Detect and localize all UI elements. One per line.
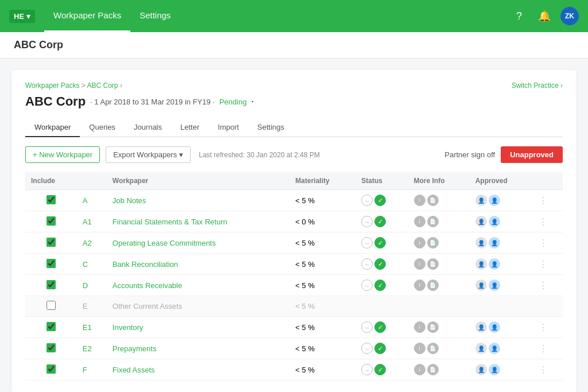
- info-icon-2[interactable]: 📄: [427, 195, 439, 206]
- tab-journals[interactable]: Journals: [125, 118, 171, 137]
- info-icon-1[interactable]: i: [414, 364, 425, 375]
- status-circle-2[interactable]: ✓: [374, 195, 386, 206]
- company-status[interactable]: Pending: [219, 98, 247, 106]
- status-circle-2[interactable]: ✓: [374, 321, 386, 333]
- info-icon-1[interactable]: i: [414, 258, 425, 270]
- approved-person-2[interactable]: 👤: [489, 364, 500, 375]
- status-circle-2[interactable]: ✓: [374, 343, 386, 354]
- info-icon-1[interactable]: i: [414, 280, 425, 291]
- info-icon-2[interactable]: 📄: [427, 258, 439, 270]
- drag-handle-icon[interactable]: ⋮: [539, 196, 548, 205]
- status-circle-2[interactable]: ✓: [374, 216, 386, 227]
- info-icon-2[interactable]: 📄: [427, 321, 439, 333]
- include-checkbox[interactable]: [47, 259, 56, 268]
- drag-handle-icon[interactable]: ⋮: [539, 217, 548, 227]
- info-icon-2[interactable]: 📄: [427, 364, 439, 375]
- info-icon-1[interactable]: i: [414, 195, 425, 206]
- status-circle-1[interactable]: –: [361, 343, 373, 354]
- more-info-cell: i 📄: [408, 359, 470, 381]
- status-circle-1[interactable]: –: [361, 364, 373, 375]
- drag-handle-icon[interactable]: ⋮: [539, 259, 548, 269]
- notifications-button[interactable]: 🔔: [535, 7, 554, 25]
- info-icon-2[interactable]: 📄: [427, 237, 439, 249]
- user-avatar[interactable]: ZK: [560, 7, 579, 25]
- new-workpaper-button[interactable]: + New Workpaper: [25, 146, 100, 163]
- info-icon-2[interactable]: 📄: [427, 216, 439, 227]
- nav-settings[interactable]: Settings: [130, 0, 180, 32]
- workpaper-name-link[interactable]: Bank Reconciliation: [113, 260, 178, 269]
- tab-settings[interactable]: Settings: [248, 118, 293, 137]
- include-checkbox[interactable]: [47, 301, 56, 310]
- info-icon-1[interactable]: i: [414, 321, 425, 333]
- status-circle-2[interactable]: ✓: [374, 237, 386, 249]
- status-circle-1[interactable]: –: [361, 258, 373, 270]
- approved-person-2[interactable]: 👤: [489, 195, 500, 206]
- workpaper-name-link[interactable]: Financial Statements & Tax Return: [113, 218, 227, 226]
- logo-button[interactable]: HE ▾: [9, 10, 35, 23]
- status-circle-1[interactable]: –: [361, 216, 373, 227]
- info-icon-2[interactable]: 📄: [427, 343, 439, 354]
- include-checkbox[interactable]: [47, 238, 56, 247]
- export-workpapers-button[interactable]: Export Workpapers ▾: [106, 146, 191, 163]
- include-checkbox[interactable]: [47, 322, 56, 331]
- drag-handle-icon[interactable]: ⋮: [539, 281, 548, 290]
- info-icon-1[interactable]: i: [414, 216, 425, 227]
- info-icon-2[interactable]: 📄: [427, 280, 439, 291]
- drag-handle-icon[interactable]: ⋮: [539, 344, 548, 354]
- workpaper-name-link[interactable]: Prepayments: [113, 344, 157, 353]
- status-circle-1[interactable]: –: [361, 321, 373, 333]
- approved-person-2[interactable]: 👤: [489, 280, 500, 291]
- drag-handle-icon[interactable]: ⋮: [539, 238, 548, 248]
- workpaper-name-link[interactable]: Fixed Assets: [113, 366, 155, 374]
- include-checkbox[interactable]: [47, 343, 56, 352]
- approved-person-2[interactable]: 👤: [489, 258, 500, 270]
- unapproved-button[interactable]: Unapproved: [501, 146, 563, 163]
- drag-handle-cell: ⋮: [533, 232, 563, 254]
- include-checkbox[interactable]: [47, 216, 56, 226]
- code-cell: D: [77, 275, 107, 296]
- help-button[interactable]: ?: [510, 7, 528, 25]
- tab-import[interactable]: Import: [208, 118, 248, 137]
- approved-person-1[interactable]: 👤: [475, 280, 487, 291]
- approved-person-2[interactable]: 👤: [489, 343, 500, 354]
- approved-person-1[interactable]: 👤: [475, 364, 487, 375]
- status-circle-1[interactable]: –: [361, 195, 373, 206]
- include-checkbox[interactable]: [47, 195, 56, 204]
- status-circle-2[interactable]: ✓: [374, 258, 386, 270]
- drag-handle-icon[interactable]: ⋮: [539, 323, 548, 332]
- status-circle-1[interactable]: –: [361, 280, 373, 291]
- info-icon-1[interactable]: i: [414, 237, 425, 249]
- workpaper-name-cell: Inventory: [107, 317, 290, 338]
- breadcrumb-workpaper-packs[interactable]: Workpaper Packs: [25, 81, 79, 90]
- approved-person-1[interactable]: 👤: [475, 216, 487, 227]
- approved-person-1[interactable]: 👤: [475, 195, 487, 206]
- approved-person-1[interactable]: 👤: [475, 321, 487, 333]
- workpaper-name-link[interactable]: Accounts Receivable: [113, 281, 182, 290]
- approved-person-2[interactable]: 👤: [489, 321, 500, 333]
- breadcrumb-abc-corp[interactable]: ABC Corp: [87, 81, 118, 90]
- tab-letter[interactable]: Letter: [171, 118, 208, 137]
- status-circle-2[interactable]: ✓: [374, 364, 386, 375]
- workpaper-name-cell: Prepayments: [107, 338, 290, 359]
- tab-workpaper[interactable]: Workpaper: [25, 118, 80, 137]
- include-checkbox[interactable]: [47, 364, 56, 374]
- workpaper-name-link[interactable]: Job Notes: [113, 196, 146, 205]
- approved-person-2[interactable]: 👤: [489, 216, 500, 227]
- info-icon-1[interactable]: i: [414, 343, 425, 354]
- workpaper-name-link[interactable]: Inventory: [113, 323, 143, 332]
- approved-cell: 👤 👤: [470, 211, 533, 232]
- status-circle-1[interactable]: –: [361, 237, 373, 249]
- approved-person-1[interactable]: 👤: [475, 237, 487, 249]
- switch-practice-link[interactable]: Switch Practice ›: [512, 81, 563, 90]
- include-checkbox[interactable]: [47, 280, 56, 289]
- approved-icons: 👤 👤: [475, 258, 527, 270]
- approved-person-1[interactable]: 👤: [475, 343, 487, 354]
- company-header: ABC Corp · 1 Apr 2018 to 31 Mar 2019 in …: [25, 94, 563, 109]
- approved-person-1[interactable]: 👤: [475, 258, 487, 270]
- approved-person-2[interactable]: 👤: [489, 237, 500, 249]
- nav-workpaper-packs[interactable]: Workpaper Packs: [44, 0, 130, 32]
- workpaper-name-link[interactable]: Operating Lease Commitments: [113, 239, 216, 247]
- tab-queries[interactable]: Queries: [80, 118, 125, 137]
- status-circle-2[interactable]: ✓: [374, 280, 386, 291]
- drag-handle-icon[interactable]: ⋮: [539, 365, 548, 375]
